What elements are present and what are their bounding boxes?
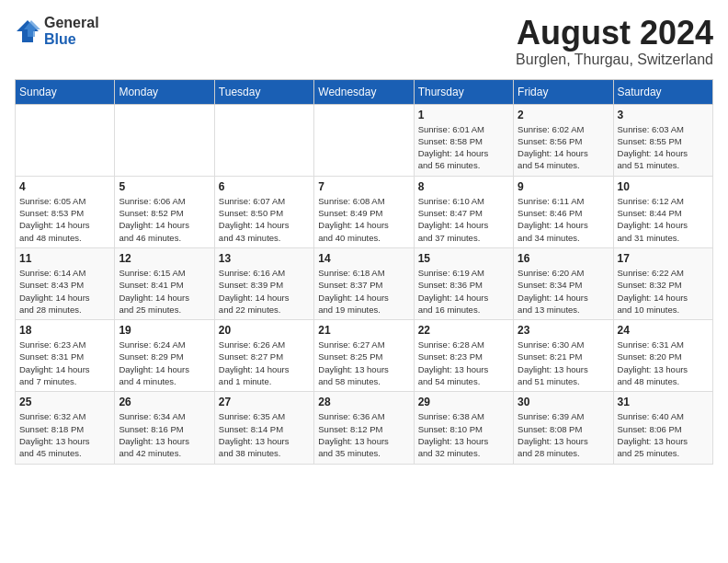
day-info: Sunrise: 6:05 AM Sunset: 8:53 PM Dayligh…: [19, 195, 110, 244]
day-info: Sunrise: 6:18 AM Sunset: 8:37 PM Dayligh…: [318, 267, 409, 316]
day-number: 2: [518, 109, 609, 121]
logo-blue-text: Blue: [44, 31, 99, 48]
week-row-5: 25Sunrise: 6:32 AM Sunset: 8:18 PM Dayli…: [16, 392, 713, 464]
day-number: 1: [418, 109, 509, 121]
day-info: Sunrise: 6:11 AM Sunset: 8:46 PM Dayligh…: [518, 195, 609, 244]
day-number: 12: [119, 252, 210, 265]
day-info: Sunrise: 6:27 AM Sunset: 8:25 PM Dayligh…: [318, 339, 409, 387]
day-number: 18: [19, 324, 110, 337]
day-info: Sunrise: 6:23 AM Sunset: 8:31 PM Dayligh…: [19, 339, 110, 387]
day-info: Sunrise: 6:10 AM Sunset: 8:47 PM Dayligh…: [418, 195, 509, 244]
day-info: Sunrise: 6:15 AM Sunset: 8:41 PM Dayligh…: [119, 267, 210, 316]
day-number: 8: [418, 180, 509, 193]
day-info: Sunrise: 6:22 AM Sunset: 8:32 PM Dayligh…: [618, 267, 709, 316]
day-info: Sunrise: 6:28 AM Sunset: 8:23 PM Dayligh…: [418, 339, 509, 387]
calendar-cell: 19Sunrise: 6:24 AM Sunset: 8:29 PM Dayli…: [115, 320, 214, 392]
day-number: 20: [219, 324, 310, 337]
day-number: 26: [119, 396, 210, 408]
day-info: Sunrise: 6:01 AM Sunset: 8:58 PM Dayligh…: [418, 123, 509, 172]
calendar-cell: 22Sunrise: 6:28 AM Sunset: 8:23 PM Dayli…: [414, 320, 513, 392]
calendar-cell: [214, 104, 313, 176]
weekday-header-wednesday: Wednesday: [314, 79, 414, 104]
calendar-cell: 1Sunrise: 6:01 AM Sunset: 8:58 PM Daylig…: [414, 104, 513, 176]
calendar-cell: [16, 104, 115, 176]
day-info: Sunrise: 6:12 AM Sunset: 8:44 PM Dayligh…: [618, 195, 709, 244]
day-number: 27: [219, 396, 310, 408]
day-number: 9: [518, 180, 609, 193]
calendar-cell: 31Sunrise: 6:40 AM Sunset: 8:06 PM Dayli…: [613, 392, 712, 464]
day-info: Sunrise: 6:03 AM Sunset: 8:55 PM Dayligh…: [618, 123, 709, 172]
title-area: August 2024 Burglen, Thurgau, Switzerlan…: [516, 15, 713, 68]
weekday-header-row: SundayMondayTuesdayWednesdayThursdayFrid…: [16, 79, 713, 104]
day-number: 31: [618, 396, 709, 408]
calendar-table: SundayMondayTuesdayWednesdayThursdayFrid…: [15, 79, 713, 465]
weekday-header-sunday: Sunday: [16, 79, 115, 104]
calendar-cell: 18Sunrise: 6:23 AM Sunset: 8:31 PM Dayli…: [16, 320, 115, 392]
calendar-cell: 21Sunrise: 6:27 AM Sunset: 8:25 PM Dayli…: [314, 320, 414, 392]
day-info: Sunrise: 6:35 AM Sunset: 8:14 PM Dayligh…: [219, 410, 310, 459]
logo-text: General Blue: [44, 15, 99, 47]
logo: General Blue: [15, 15, 99, 47]
day-info: Sunrise: 6:39 AM Sunset: 8:08 PM Dayligh…: [518, 410, 609, 459]
calendar-cell: 15Sunrise: 6:19 AM Sunset: 8:36 PM Dayli…: [414, 247, 513, 319]
calendar-cell: 9Sunrise: 6:11 AM Sunset: 8:46 PM Daylig…: [514, 176, 613, 247]
calendar-cell: [314, 104, 414, 176]
day-number: 23: [518, 324, 609, 337]
day-info: Sunrise: 6:14 AM Sunset: 8:43 PM Dayligh…: [19, 267, 110, 316]
calendar-cell: [115, 104, 214, 176]
calendar-cell: 10Sunrise: 6:12 AM Sunset: 8:44 PM Dayli…: [613, 176, 712, 247]
day-number: 6: [219, 180, 310, 193]
weekday-header-monday: Monday: [115, 79, 214, 104]
calendar-cell: 2Sunrise: 6:02 AM Sunset: 8:56 PM Daylig…: [514, 104, 613, 176]
day-info: Sunrise: 6:24 AM Sunset: 8:29 PM Dayligh…: [119, 339, 210, 387]
day-number: 10: [618, 180, 709, 193]
calendar-cell: 11Sunrise: 6:14 AM Sunset: 8:43 PM Dayli…: [16, 247, 115, 319]
calendar-cell: 27Sunrise: 6:35 AM Sunset: 8:14 PM Dayli…: [214, 392, 313, 464]
day-number: 4: [19, 180, 110, 193]
day-info: Sunrise: 6:08 AM Sunset: 8:49 PM Dayligh…: [318, 195, 409, 244]
calendar-cell: 3Sunrise: 6:03 AM Sunset: 8:55 PM Daylig…: [613, 104, 712, 176]
day-info: Sunrise: 6:07 AM Sunset: 8:50 PM Dayligh…: [219, 195, 310, 244]
calendar-cell: 8Sunrise: 6:10 AM Sunset: 8:47 PM Daylig…: [414, 176, 513, 247]
day-number: 29: [418, 396, 509, 408]
week-row-3: 11Sunrise: 6:14 AM Sunset: 8:43 PM Dayli…: [16, 247, 713, 319]
calendar-cell: 23Sunrise: 6:30 AM Sunset: 8:21 PM Dayli…: [514, 320, 613, 392]
calendar-cell: 14Sunrise: 6:18 AM Sunset: 8:37 PM Dayli…: [314, 247, 414, 319]
calendar-cell: 7Sunrise: 6:08 AM Sunset: 8:49 PM Daylig…: [314, 176, 414, 247]
day-info: Sunrise: 6:40 AM Sunset: 8:06 PM Dayligh…: [618, 410, 709, 459]
calendar-cell: 20Sunrise: 6:26 AM Sunset: 8:27 PM Dayli…: [214, 320, 313, 392]
day-info: Sunrise: 6:06 AM Sunset: 8:52 PM Dayligh…: [119, 195, 210, 244]
day-number: 25: [19, 396, 110, 408]
weekday-header-saturday: Saturday: [613, 79, 712, 104]
day-info: Sunrise: 6:36 AM Sunset: 8:12 PM Dayligh…: [318, 410, 409, 459]
day-number: 14: [318, 252, 409, 265]
day-number: 22: [418, 324, 509, 337]
calendar-cell: 30Sunrise: 6:39 AM Sunset: 8:08 PM Dayli…: [514, 392, 613, 464]
day-number: 28: [318, 396, 409, 408]
calendar-cell: 16Sunrise: 6:20 AM Sunset: 8:34 PM Dayli…: [514, 247, 613, 319]
day-info: Sunrise: 6:31 AM Sunset: 8:20 PM Dayligh…: [618, 339, 709, 387]
day-number: 5: [119, 180, 210, 193]
calendar-cell: 4Sunrise: 6:05 AM Sunset: 8:53 PM Daylig…: [16, 176, 115, 247]
day-info: Sunrise: 6:32 AM Sunset: 8:18 PM Dayligh…: [19, 410, 110, 459]
day-number: 3: [618, 109, 709, 121]
weekday-header-friday: Friday: [514, 79, 613, 104]
day-number: 16: [518, 252, 609, 265]
calendar-cell: 29Sunrise: 6:38 AM Sunset: 8:10 PM Dayli…: [414, 392, 513, 464]
day-info: Sunrise: 6:16 AM Sunset: 8:39 PM Dayligh…: [219, 267, 310, 316]
day-number: 21: [318, 324, 409, 337]
day-number: 24: [618, 324, 709, 337]
day-number: 15: [418, 252, 509, 265]
calendar-cell: 5Sunrise: 6:06 AM Sunset: 8:52 PM Daylig…: [115, 176, 214, 247]
calendar-cell: 12Sunrise: 6:15 AM Sunset: 8:41 PM Dayli…: [115, 247, 214, 319]
day-number: 17: [618, 252, 709, 265]
week-row-2: 4Sunrise: 6:05 AM Sunset: 8:53 PM Daylig…: [16, 176, 713, 247]
calendar-cell: 24Sunrise: 6:31 AM Sunset: 8:20 PM Dayli…: [613, 320, 712, 392]
day-info: Sunrise: 6:02 AM Sunset: 8:56 PM Dayligh…: [518, 123, 609, 172]
logo-icon: [15, 18, 40, 44]
weekday-header-thursday: Thursday: [414, 79, 513, 104]
calendar-cell: 28Sunrise: 6:36 AM Sunset: 8:12 PM Dayli…: [314, 392, 414, 464]
calendar-cell: 13Sunrise: 6:16 AM Sunset: 8:39 PM Dayli…: [214, 247, 313, 319]
day-info: Sunrise: 6:20 AM Sunset: 8:34 PM Dayligh…: [518, 267, 609, 316]
day-info: Sunrise: 6:34 AM Sunset: 8:16 PM Dayligh…: [119, 410, 210, 459]
